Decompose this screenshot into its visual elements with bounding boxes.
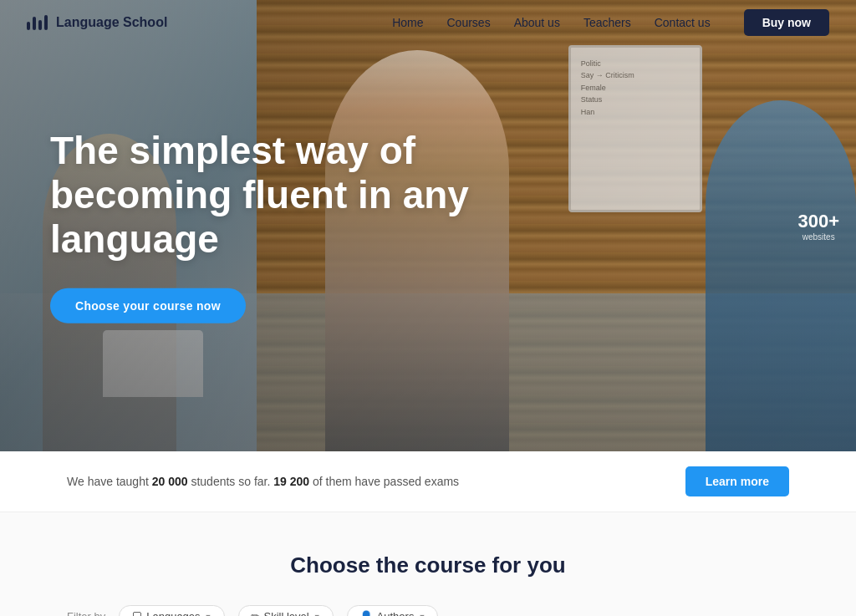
buy-now-button[interactable]: Buy now [744,9,829,36]
filter-skill-label: Skill level [264,610,309,616]
stat-label: websites [797,232,839,242]
filter-label: Filter by [67,610,105,616]
language-icon: 🗨 [131,610,142,616]
nav-links: Home Courses About us Teachers Contact u… [392,9,829,36]
stat-number: 300+ [797,211,839,232]
nav-home[interactable]: Home [392,16,423,29]
site-logo[interactable]: Language School [27,15,167,30]
info-suffix: of them have passed exams [309,475,459,488]
filter-skill-button[interactable]: ✏ Skill level ▼ [238,605,334,616]
nav-teachers[interactable]: Teachers [583,16,631,29]
students-count: 20 000 [152,475,188,488]
skill-icon: ✏ [251,610,260,616]
filter-languages-label: Languages [146,610,200,616]
chevron-down-icon-2: ▼ [313,613,321,617]
logo-bars-icon [27,15,48,30]
learn-more-button[interactable]: Learn more [685,466,789,496]
nav-about[interactable]: About us [514,16,560,29]
chevron-down-icon-3: ▼ [418,613,425,617]
passed-count: 19 200 [273,475,309,488]
hero-cta-button[interactable]: Choose your course now [50,288,246,323]
info-bar: We have taught 20 000 students so far. 1… [0,451,856,512]
filter-authors-label: Authors [377,610,415,616]
filter-bar: Filter by 🗨 Languages ▼ ✏ Skill level ▼ … [67,605,789,616]
chevron-down-icon: ▼ [205,613,212,617]
author-icon: 👤 [359,610,373,616]
info-prefix: We have taught [67,475,152,488]
nav-contact[interactable]: Contact us [655,16,711,29]
courses-section: Choose the course for you Filter by 🗨 La… [0,512,856,616]
info-text: We have taught 20 000 students so far. 1… [67,475,459,488]
hero-content: The simplest way of becoming fluent in a… [50,129,485,323]
filter-authors-button[interactable]: 👤 Authors ▼ [347,605,439,616]
filter-languages-button[interactable]: 🗨 Languages ▼ [119,605,224,616]
info-mid: students so far. [188,475,274,488]
stat-badge: 300+ websites [797,211,839,242]
site-logo-text: Language School [56,15,167,30]
hero-section: PoliticSay → CriticismFemaleStatusHan Th… [0,0,856,451]
courses-section-title: Choose the course for you [67,552,789,578]
nav-courses[interactable]: Courses [447,16,491,29]
hero-title: The simplest way of becoming fluent in a… [50,129,485,262]
main-nav: Language School Home Courses About us Te… [0,0,856,45]
